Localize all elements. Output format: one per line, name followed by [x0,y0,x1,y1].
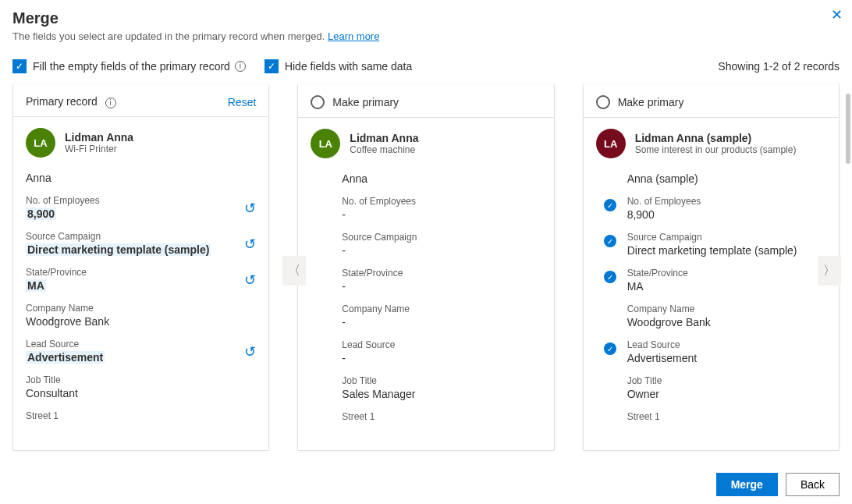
field-label: Job Title [342,375,541,386]
topic-value: Anna [26,172,256,184]
undo-icon[interactable]: ↺ [244,200,256,217]
field-value[interactable]: Direct marketing template (sample) [627,244,826,257]
make-primary-label: Make primary [332,96,399,108]
primary-record-label: Primary record i [26,95,116,108]
scrollbar-thumb[interactable] [846,94,850,164]
page-title: Merge [12,9,840,27]
prev-record-button[interactable]: 〈 [282,256,306,286]
page-subtitle: The fields you select are updated in the… [12,30,840,42]
next-record-button[interactable]: 〉 [818,256,841,286]
undo-icon[interactable]: ↺ [244,272,256,289]
field-label: Street 1 [627,411,826,422]
back-button[interactable]: Back [786,473,840,496]
hide-same-label: Hide fields with same data [285,60,412,73]
reset-link[interactable]: Reset [228,96,257,108]
field-label: Job Title [627,375,826,386]
field-label: Lead Source [342,339,541,350]
field-label: No. of Employees [342,196,541,207]
field-label: No. of Employees [26,195,256,206]
field-value[interactable]: Owner [627,388,826,400]
field-label: Street 1 [342,411,541,422]
record-name: Lidman Anna (sample) [635,132,797,144]
field-label: Lead Source [26,339,256,350]
selected-check-icon[interactable]: ✓ [604,235,616,247]
fill-empty-checkbox[interactable]: ✓ [12,59,27,73]
field-value[interactable]: MA [627,280,826,293]
make-primary-radio[interactable] [311,95,325,109]
field-value[interactable]: Woodgrove Bank [26,315,256,328]
field-label: Company Name [26,303,256,314]
merge-card-primary: Primary record i Reset LA Lidman Anna Wi… [12,84,269,451]
record-subtitle: Some interest in our products (sample) [635,144,797,155]
field-value[interactable]: - [342,208,541,221]
field-label: Job Title [26,374,256,385]
field-value[interactable]: 8,900 [26,208,56,220]
make-primary-label: Make primary [618,96,684,108]
info-icon[interactable]: i [235,61,246,72]
record-count: Showing 1-2 of 2 records [718,60,840,73]
field-value[interactable]: Advertisement [627,352,826,364]
undo-icon[interactable]: ↺ [244,343,256,360]
merge-card-3: Make primary LA Lidman Anna (sample) Som… [583,84,840,451]
field-label: State/Province [26,267,256,278]
field-label: Source Campaign [627,232,826,243]
field-value[interactable]: - [342,352,541,364]
field-label: Street 1 [26,410,256,421]
close-icon[interactable]: ✕ [831,6,843,23]
selected-check-icon[interactable]: ✓ [604,343,616,355]
field-label: Company Name [627,303,826,314]
fill-empty-label: Fill the empty fields of the primary rec… [33,60,230,73]
make-primary-radio[interactable] [596,95,610,109]
field-value[interactable]: Consultant [26,387,256,399]
record-subtitle: Wi-Fi Printer [65,144,133,154]
merge-card-2: Make primary LA Lidman Anna Coffee machi… [297,84,554,451]
merge-button[interactable]: Merge [716,473,778,496]
subtitle-text: The fields you select are updated in the… [12,30,325,42]
record-subtitle: Coffee machine [350,144,418,155]
record-name: Lidman Anna [350,132,418,144]
field-label: Source Campaign [342,232,541,243]
selected-check-icon[interactable]: ✓ [604,199,616,211]
hide-same-checkbox[interactable]: ✓ [264,59,279,73]
field-value[interactable]: 8,900 [627,208,826,221]
field-value[interactable]: MA [26,279,46,292]
field-label: State/Province [627,268,826,279]
field-value[interactable]: - [342,280,541,293]
topic-value: Anna (sample) [627,172,826,185]
field-value[interactable]: - [342,316,541,328]
field-label: Lead Source [627,339,826,350]
field-value[interactable]: Direct marketing template (sample) [26,243,211,256]
field-value[interactable]: - [342,244,541,257]
topic-value: Anna [342,172,541,185]
field-label: Source Campaign [26,231,256,242]
avatar: LA [596,129,626,158]
record-name: Lidman Anna [65,131,133,144]
avatar: LA [311,129,340,158]
avatar: LA [26,128,55,158]
info-icon[interactable]: i [105,98,116,108]
selected-check-icon[interactable]: ✓ [604,271,616,283]
field-label: State/Province [342,268,541,279]
field-value[interactable]: Sales Manager [342,388,541,400]
learn-more-link[interactable]: Learn more [328,30,379,42]
field-label: No. of Employees [627,196,826,207]
undo-icon[interactable]: ↺ [244,236,256,253]
field-value[interactable]: Woodgrove Bank [627,316,826,328]
field-label: Company Name [342,303,541,314]
field-value[interactable]: Advertisement [26,351,105,364]
